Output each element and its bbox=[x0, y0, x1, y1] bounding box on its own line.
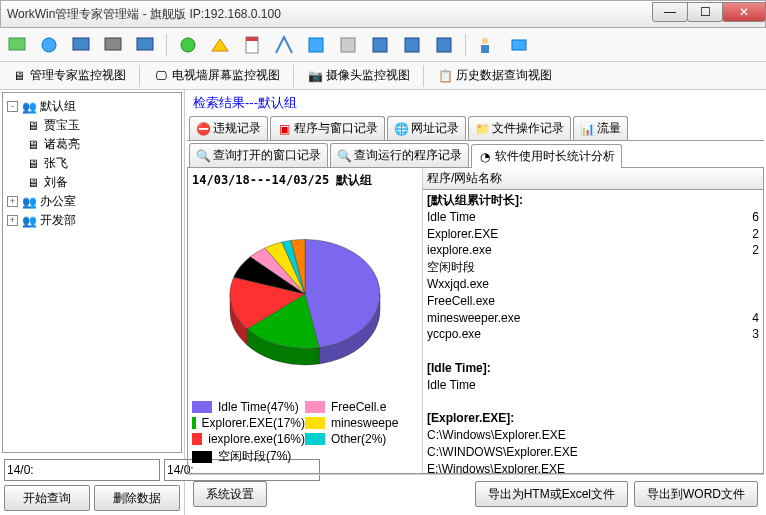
svg-rect-14 bbox=[481, 45, 489, 53]
tab-label: 历史数据查询视图 bbox=[456, 67, 552, 84]
export-word-button[interactable]: 导出到WORD文件 bbox=[634, 481, 758, 507]
toolbar-icon-6[interactable] bbox=[175, 32, 201, 58]
tree-node-user[interactable]: 🖥 贾宝玉 bbox=[25, 116, 177, 135]
tab-violation[interactable]: ⛔ 违规记录 bbox=[189, 116, 268, 140]
tree-node-user[interactable]: 🖥 张飞 bbox=[25, 154, 177, 173]
delete-data-button[interactable]: 删除数据 bbox=[94, 485, 180, 511]
svg-rect-9 bbox=[341, 38, 355, 52]
toolbar-icon-5[interactable] bbox=[132, 32, 158, 58]
legend-label: 空闲时段(7%) bbox=[218, 448, 291, 465]
chart-column: 14/03/18---14/03/25 默认组 Idle Time(47%)Fr… bbox=[188, 168, 423, 473]
toolbar-icon-9[interactable] bbox=[271, 32, 297, 58]
legend-label: iexplore.exe(16%) bbox=[208, 432, 305, 446]
record-tabs: ⛔ 违规记录 ▣ 程序与窗口记录 🌐 网址记录 📁 文件操作记录 📊 流量 bbox=[187, 114, 764, 141]
list-item[interactable]: 空闲时段 bbox=[427, 259, 759, 276]
list-item[interactable]: Explorer.EXE2 bbox=[427, 226, 759, 243]
tab-label: 文件操作记录 bbox=[492, 120, 564, 137]
expand-icon[interactable]: + bbox=[7, 215, 18, 226]
toolbar-icon-4[interactable] bbox=[100, 32, 126, 58]
toolbar-icon-16[interactable] bbox=[506, 32, 532, 58]
chart-legend: Idle Time(47%)FreeCell.eExplorer.EXE(17%… bbox=[188, 394, 422, 473]
list-item[interactable]: minesweeper.exe4 bbox=[427, 310, 759, 327]
tree-node-group[interactable]: + 👥 办公室 bbox=[7, 192, 177, 211]
computer-icon: 🖥 bbox=[25, 118, 41, 134]
group-icon: 👥 bbox=[21, 213, 37, 229]
tree-label: 贾宝玉 bbox=[44, 117, 80, 134]
expand-icon[interactable]: + bbox=[7, 196, 18, 207]
list-item[interactable]: C:\Windows\Explorer.EXE bbox=[427, 427, 759, 444]
toolbar-icon-13[interactable] bbox=[399, 32, 425, 58]
svg-rect-3 bbox=[105, 38, 121, 50]
toolbar-icon-1[interactable] bbox=[4, 32, 30, 58]
legend-item: Other(2%) bbox=[305, 432, 418, 446]
expand-icon[interactable]: - bbox=[7, 101, 18, 112]
list-item[interactable]: E:\Windows\Explorer.EXE bbox=[427, 461, 759, 473]
svg-rect-11 bbox=[405, 38, 419, 52]
list-item[interactable]: iexplore.exe2 bbox=[427, 242, 759, 259]
computer-icon: 🖥 bbox=[25, 175, 41, 191]
date-from-input[interactable] bbox=[4, 459, 160, 481]
tab-url[interactable]: 🌐 网址记录 bbox=[387, 116, 466, 140]
tab-file-ops[interactable]: 📁 文件操作记录 bbox=[468, 116, 571, 140]
export-htm-excel-button[interactable]: 导出为HTM或Excel文件 bbox=[475, 481, 628, 507]
legend-label: Other(2%) bbox=[331, 432, 386, 446]
group-icon: 👥 bbox=[21, 99, 37, 115]
tree-label: 刘备 bbox=[44, 174, 68, 191]
list-item[interactable]: Idle Time6 bbox=[427, 209, 759, 226]
toolbar-icon-2[interactable] bbox=[36, 32, 62, 58]
view-tab-monitor[interactable]: 🖥 管理专家监控视图 bbox=[4, 64, 133, 87]
toolbar-icon-15[interactable] bbox=[474, 32, 500, 58]
toolbar-icon-12[interactable] bbox=[367, 32, 393, 58]
toolbar-icon-7[interactable] bbox=[207, 32, 233, 58]
start-query-button[interactable]: 开始查询 bbox=[4, 485, 90, 511]
list-item[interactable]: C:\WINDOWS\Explorer.EXE bbox=[427, 444, 759, 461]
subtab-window-records[interactable]: 🔍 查询打开的窗口记录 bbox=[189, 143, 328, 167]
subtab-program-records[interactable]: 🔍 查询运行的程序记录 bbox=[330, 143, 469, 167]
tab-program-window[interactable]: ▣ 程序与窗口记录 bbox=[270, 116, 385, 140]
pie-chart bbox=[188, 193, 422, 394]
pie-icon: ◔ bbox=[478, 150, 492, 164]
list-item[interactable]: FreeCell.exe bbox=[427, 293, 759, 310]
legend-item: 空闲时段(7%) bbox=[192, 448, 305, 465]
tree-node-group[interactable]: + 👥 开发部 bbox=[7, 211, 177, 230]
legend-swatch bbox=[305, 417, 325, 429]
toolbar-icon-11[interactable] bbox=[335, 32, 361, 58]
svg-rect-12 bbox=[437, 38, 451, 52]
tree-node-root[interactable]: - 👥 默认组 bbox=[7, 97, 177, 116]
group-tree[interactable]: - 👥 默认组 🖥 贾宝玉 🖥 诸葛亮 🖥 张飞 🖥 bbox=[2, 92, 182, 453]
list-item[interactable]: Wxxjqd.exe bbox=[427, 276, 759, 293]
legend-label: minesweepe bbox=[331, 416, 398, 430]
tree-node-user[interactable]: 🖥 诸葛亮 bbox=[25, 135, 177, 154]
minimize-button[interactable]: — bbox=[652, 2, 688, 22]
svg-rect-15 bbox=[512, 40, 526, 50]
computer-icon: 🖥 bbox=[25, 156, 41, 172]
list-section-header: [Explorer.EXE]: bbox=[427, 410, 759, 427]
view-tab-tvwall[interactable]: 🖵 电视墙屏幕监控视图 bbox=[146, 64, 287, 87]
maximize-button[interactable]: ☐ bbox=[687, 2, 723, 22]
toolbar-icon-10[interactable] bbox=[303, 32, 329, 58]
list-item[interactable]: yccpo.exe3 bbox=[427, 326, 759, 343]
chart-title: 14/03/18---14/03/25 默认组 bbox=[188, 168, 422, 193]
system-settings-button[interactable]: 系统设置 bbox=[193, 481, 267, 507]
legend-item: FreeCell.e bbox=[305, 400, 418, 414]
list-item[interactable]: Idle Time bbox=[427, 377, 759, 394]
toolbar-icon-8[interactable] bbox=[239, 32, 265, 58]
tree-label: 张飞 bbox=[44, 155, 68, 172]
tree-node-user[interactable]: 🖥 刘备 bbox=[25, 173, 177, 192]
view-tab-history[interactable]: 📋 历史数据查询视图 bbox=[430, 64, 559, 87]
close-button[interactable]: ✕ bbox=[722, 2, 766, 22]
svg-rect-7 bbox=[246, 37, 258, 41]
view-tab-camera[interactable]: 📷 摄像头监控视图 bbox=[300, 64, 417, 87]
toolbar-icon-3[interactable] bbox=[68, 32, 94, 58]
toolbar-icon-14[interactable] bbox=[431, 32, 457, 58]
svg-rect-4 bbox=[137, 38, 153, 50]
legend-item: Idle Time(47%) bbox=[192, 400, 305, 414]
list-section-header: [Idle Time]: bbox=[427, 360, 759, 377]
footer-buttons: 系统设置 导出为HTM或Excel文件 导出到WORD文件 bbox=[187, 474, 764, 513]
tab-label: 程序与窗口记录 bbox=[294, 120, 378, 137]
svg-point-1 bbox=[42, 38, 56, 52]
tab-traffic[interactable]: 📊 流量 bbox=[573, 116, 628, 140]
legend-swatch bbox=[192, 433, 202, 445]
subtab-usage-stats[interactable]: ◔ 软件使用时长统计分析 bbox=[471, 144, 622, 168]
list-body[interactable]: [默认组累计时长]:Idle Time6Explorer.EXE2iexplor… bbox=[423, 190, 763, 473]
